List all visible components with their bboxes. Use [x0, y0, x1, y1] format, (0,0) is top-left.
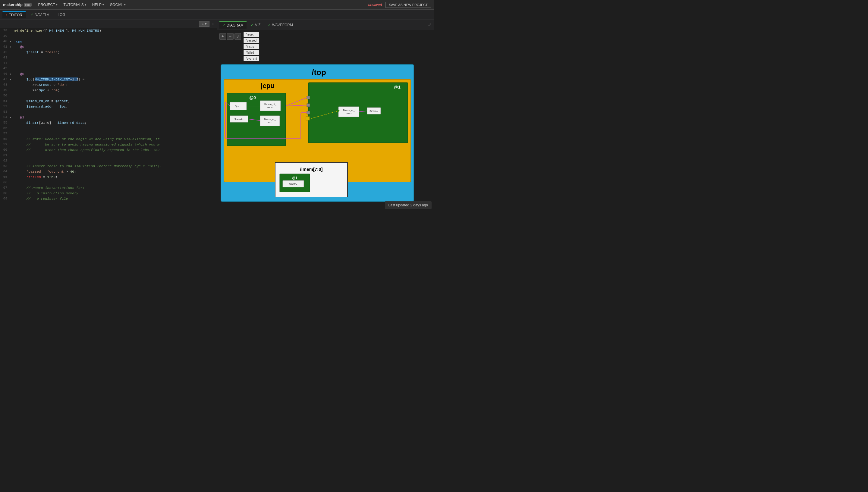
svg-rect-21 [338, 107, 359, 117]
tab-log[interactable]: LOG [54, 11, 69, 18]
unsaved-label: unsaved [368, 3, 382, 7]
signal-chips-container: *reset *passed *instrs *failed *cyc_cnt [243, 32, 259, 61]
svg-text:@1: @1 [394, 85, 401, 90]
svg-rect-12 [260, 101, 281, 111]
code-line: 56 [0, 126, 217, 131]
code-line: 57 [0, 131, 217, 137]
code-line: 40 ▾ |cpu [0, 39, 217, 45]
code-line: 44 [0, 61, 217, 66]
main-layout: E ▾ ⊞ 38 m4_define_hier([ M4_IMEM ], M4_… [0, 20, 434, 246]
svg-text:$imem_rd_: $imem_rd_ [264, 103, 277, 105]
svg-text:@1: @1 [292, 176, 297, 179]
code-line: 41 ▾ @0 [0, 45, 217, 50]
code-line: 66 [0, 180, 217, 186]
nav-social[interactable]: SOCIAL ▾ [107, 1, 128, 8]
tab-waveform[interactable]: ✓ WAVEFORM [265, 22, 296, 28]
tab-editor[interactable]: ● EDITOR [2, 11, 26, 18]
svg-text:$pc=: $pc= [235, 105, 241, 108]
code-lines: 38 m4_define_hier([ M4_IMEM ], M4_NUM_IN… [0, 28, 217, 202]
e-dropdown-button[interactable]: E ▾ [199, 21, 209, 27]
code-line: 50 [0, 93, 217, 99]
code-line: 39 [0, 34, 217, 39]
nav-tutorials[interactable]: TUTORIALS ▾ [61, 1, 89, 8]
last-updated-badge: Last updated 2 days ago [385, 201, 432, 209]
diagram-canvas: /top |cpu @0 @1 [219, 63, 432, 206]
svg-rect-19 [307, 104, 310, 107]
svg-text:$reset=: $reset= [235, 118, 243, 121]
tab-diagram[interactable]: ✓ DIAGRAM [219, 21, 246, 29]
svg-text:data=: data= [346, 112, 352, 115]
code-line: 38 m4_define_hier([ M4_IMEM ], M4_NUM_IN… [0, 28, 217, 34]
svg-text:|cpu: |cpu [261, 82, 274, 90]
code-line: 51 $imem_rd_en = $reset; [0, 99, 217, 104]
diagram-controls-row: + − ⤢ *reset *passed *instrs *failed *cy… [217, 30, 434, 63]
editor-toolbar: E ▾ ⊞ [0, 20, 217, 28]
svg-text:/imem[7:0]: /imem[7:0] [300, 167, 322, 172]
tab-nav-tlv[interactable]: ✓ NAV-TLV [27, 11, 53, 18]
diagram-area: + − ⤢ *reset *passed *instrs *failed *cy… [217, 30, 434, 246]
fit-button[interactable]: ⤢ [235, 33, 241, 40]
svg-rect-26 [306, 117, 310, 120]
code-line: 43 [0, 55, 217, 61]
editor-content[interactable]: 38 m4_define_hier([ M4_IMEM ], M4_NUM_IN… [0, 28, 217, 246]
zoom-out-button[interactable]: − [227, 33, 234, 40]
code-line: 52 $imem_rd_addr = $pc; [0, 104, 217, 110]
code-line: 69 // o register file [0, 196, 217, 202]
nav-help[interactable]: HELP ▾ [90, 1, 106, 8]
tab-viz[interactable]: ✓ VIZ [248, 22, 264, 28]
signal-cyc-cnt[interactable]: *cyc_cnt [243, 56, 259, 61]
code-line: 46 ▾ @0 [0, 72, 217, 77]
diagram-svg: /top |cpu @0 @1 [219, 63, 418, 204]
svg-text:$imem_rd_: $imem_rd_ [343, 109, 355, 112]
code-line: 55 $instr[31:0] = $imem_rd_data; [0, 121, 217, 126]
code-line: 59 // be sure to avoid having unassigned… [0, 142, 217, 148]
expand-icon[interactable]: ⤢ [428, 22, 432, 27]
svg-text:$imem_rd_: $imem_rd_ [264, 118, 276, 121]
svg-text:en=: en= [268, 121, 272, 124]
code-line: 58 // Note: Because of the magic we are … [0, 137, 217, 142]
code-line: 61 [0, 153, 217, 158]
code-line: 48 >>1$reset ? 'd0 : [0, 82, 217, 88]
code-line: 53 [0, 110, 217, 115]
code-line: 63 // Assert these to end simulation (be… [0, 164, 217, 169]
signal-passed[interactable]: *passed [243, 38, 259, 43]
logo-text: makerchip [3, 2, 23, 7]
editor-panel: E ▾ ⊞ 38 m4_define_hier([ M4_IMEM ], M4_… [0, 20, 217, 246]
right-panel: ✓ DIAGRAM ✓ VIZ ✓ WAVEFORM ⤢ + − [217, 20, 434, 246]
code-line: 49 >>1$pc + 'd4; [0, 88, 217, 93]
layout-icon[interactable]: ⊞ [212, 21, 214, 26]
code-line: 45 [0, 66, 217, 72]
svg-rect-15 [260, 116, 280, 126]
save-button[interactable]: SAVE AS NEW PROJECT [385, 2, 431, 8]
signal-instrs[interactable]: *instrs [243, 44, 259, 49]
code-line: 42 $reset = *reset; [0, 50, 217, 55]
svg-text:addr=: addr= [267, 106, 274, 109]
svg-rect-20 [307, 111, 310, 114]
code-line: 64 *passed = *cyc_cnt > 40; [0, 169, 217, 175]
code-line: 65 *failed = 1'b0; [0, 175, 217, 180]
top-nav: makerchip beta PROJECT ▾ TUTORIALS ▾ HEL… [0, 0, 434, 10]
svg-rect-18 [307, 96, 310, 99]
logo-area: makerchip beta [3, 2, 32, 7]
code-line: 67 // Macro instantiations for: [0, 186, 217, 191]
svg-text:@0: @0 [249, 95, 256, 100]
nav-project[interactable]: PROJECT ▾ [36, 1, 60, 8]
code-line: 47 ▾ $pc[M4_IMEM_INDEX_CNT+1:2] = [0, 77, 217, 82]
beta-badge: beta [24, 3, 32, 7]
svg-text:$instr=: $instr= [369, 110, 378, 113]
signal-failed[interactable]: *failed [243, 50, 259, 55]
signal-reset[interactable]: *reset [243, 32, 259, 37]
main-tab-bar: ● EDITOR ✓ NAV-TLV LOG [0, 10, 434, 20]
svg-text:/top: /top [312, 68, 326, 77]
zoom-in-button[interactable]: + [219, 33, 226, 40]
code-line: 62 [0, 158, 217, 164]
code-line: 68 // o instruction memory [0, 191, 217, 196]
svg-text:$instr=: $instr= [289, 182, 297, 186]
right-tab-bar: ✓ DIAGRAM ✓ VIZ ✓ WAVEFORM ⤢ [217, 20, 434, 30]
code-line: 60 // other than those specifically expe… [0, 148, 217, 153]
code-line: 54 ▾ @1 [0, 115, 217, 121]
